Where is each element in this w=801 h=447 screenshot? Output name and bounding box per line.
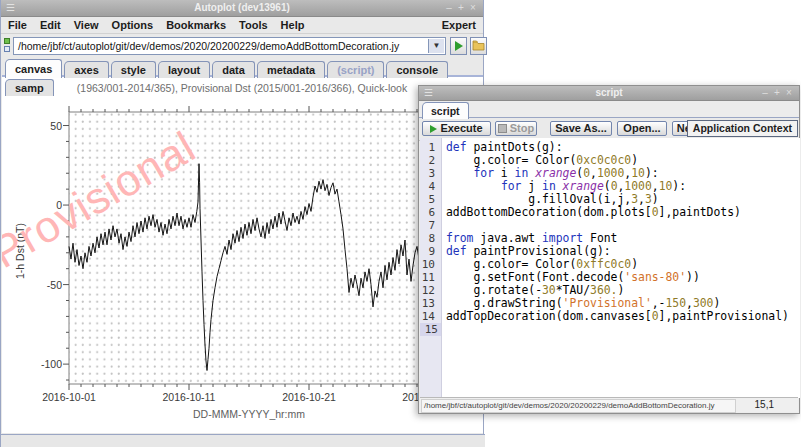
minimize-button[interactable]: – bbox=[443, 0, 455, 15]
tab-metadata[interactable]: metadata bbox=[257, 61, 325, 78]
line-number-9: 9 bbox=[420, 245, 438, 258]
close-button[interactable]: × bbox=[783, 86, 795, 99]
x-tick-label: 2016-10-11 bbox=[149, 391, 229, 403]
open-button[interactable]: Open... bbox=[617, 121, 667, 136]
line-number-11: 11 bbox=[420, 271, 438, 284]
line-number-1: 1 bbox=[420, 141, 438, 154]
menu-tools[interactable]: Tools bbox=[239, 17, 268, 33]
line-number-2: 2 bbox=[420, 154, 438, 167]
play-icon bbox=[455, 41, 463, 51]
tab-console[interactable]: console bbox=[386, 61, 448, 78]
main-window-bottom-strip bbox=[1, 434, 485, 447]
main-window-title: Autoplot (dev13961) bbox=[194, 2, 290, 13]
line-number-12: 12 bbox=[420, 284, 438, 297]
save-as-button[interactable]: Save As... bbox=[550, 121, 612, 136]
button-label: Open... bbox=[623, 122, 660, 134]
script-editor-window: ☰ script –+× script ExecuteStopSave As..… bbox=[418, 85, 800, 414]
line-number-8: 8 bbox=[420, 232, 438, 245]
code-editor[interactable]: 123456789101112131415 def paintDots(g): … bbox=[420, 138, 800, 398]
tab-script[interactable]: script bbox=[422, 102, 469, 119]
line-number-10: 10 bbox=[420, 258, 438, 271]
folder-icon bbox=[472, 40, 485, 51]
address-input[interactable]: /home/jbf/ct/autoplot/git/dev/demos/2020… bbox=[13, 37, 446, 55]
code-text[interactable]: def paintDots(g): g.color= Color(0xc0c0c… bbox=[446, 138, 800, 398]
line-number-7: 7 bbox=[420, 219, 438, 232]
script-titlebar[interactable]: ☰ script –+× bbox=[419, 86, 799, 101]
button-label: Stop bbox=[510, 122, 534, 134]
play-icon bbox=[430, 125, 437, 133]
open-file-button[interactable] bbox=[470, 37, 487, 55]
button-label: Save As... bbox=[555, 122, 607, 134]
x-tick-label: 2016-10-21 bbox=[269, 391, 349, 403]
autoplot-main-window: ☰ Autoplot (dev13961) –+× FileEditViewOp… bbox=[0, 0, 484, 447]
tab-data[interactable]: data bbox=[212, 61, 255, 78]
go-button[interactable] bbox=[450, 37, 467, 55]
plot-figure bbox=[2, 77, 483, 433]
close-button[interactable]: × bbox=[467, 0, 479, 15]
x-tick-label: 2016-10-01 bbox=[29, 391, 109, 403]
line-number-4: 4 bbox=[420, 180, 438, 193]
menu-view[interactable]: View bbox=[74, 17, 99, 33]
address-toolbar: /home/jbf/ct/autoplot/git/dev/demos/2020… bbox=[1, 34, 483, 59]
code-line-6: addBottomDecoration(dom.plots[0],paintDo… bbox=[446, 206, 741, 219]
tab-layout[interactable]: layout bbox=[158, 61, 210, 78]
script-tab-row: script bbox=[419, 101, 799, 117]
stop-button[interactable]: Stop bbox=[495, 121, 537, 136]
line-number-gutter: 123456789101112131415 bbox=[420, 138, 442, 398]
line-number-14: 14 bbox=[420, 310, 438, 323]
menubar: FileEditViewOptionsBookmarksToolsHelp Ex… bbox=[1, 17, 483, 34]
tab-samp[interactable]: samp bbox=[5, 79, 54, 96]
menu-help[interactable]: Help bbox=[281, 17, 305, 33]
y-tick-label: 50 bbox=[10, 120, 62, 132]
application-context-select[interactable]: Application Context bbox=[687, 120, 798, 137]
tab-script[interactable]: (script) bbox=[327, 61, 384, 78]
maximize-button[interactable]: + bbox=[771, 86, 783, 99]
line-number-13: 13 bbox=[420, 297, 438, 310]
y-tick-label: -100 bbox=[10, 358, 62, 370]
go-indicator-icon bbox=[4, 38, 11, 54]
execute-button[interactable]: Execute bbox=[422, 121, 491, 136]
menu-options[interactable]: Options bbox=[112, 17, 154, 33]
script-window-title: script bbox=[595, 87, 622, 98]
line-number-5: 5 bbox=[420, 193, 438, 206]
address-text: /home/jbf/ct/autoplot/git/dev/demos/2020… bbox=[18, 40, 399, 52]
minimize-button[interactable]: – bbox=[759, 86, 771, 99]
line-number-15: 15 bbox=[420, 323, 441, 336]
window-menu-icon[interactable]: ☰ bbox=[424, 86, 433, 99]
tab-style[interactable]: style bbox=[111, 61, 156, 78]
menu-file[interactable]: File bbox=[8, 17, 27, 33]
caret-position: 15,1 bbox=[755, 399, 774, 410]
tab-axes[interactable]: axes bbox=[64, 61, 108, 78]
main-titlebar[interactable]: ☰ Autoplot (dev13961) –+× bbox=[1, 0, 483, 17]
stop-icon bbox=[498, 124, 507, 133]
status-file-path: /home/jbf/ct/autoplot/git/dev/demos/2020… bbox=[421, 399, 736, 413]
expert-mode-label[interactable]: Expert bbox=[442, 17, 476, 33]
menu-bookmarks[interactable]: Bookmarks bbox=[166, 17, 226, 33]
tab-canvas[interactable]: canvas bbox=[5, 59, 62, 78]
script-window-controls: –+× bbox=[759, 86, 795, 99]
menu-edit[interactable]: Edit bbox=[40, 17, 61, 33]
chevron-down-icon[interactable]: ▼ bbox=[428, 39, 444, 53]
x-axis-label: DD-MMM-YYYY_hr:mm bbox=[69, 408, 429, 420]
maximize-button[interactable]: + bbox=[455, 0, 467, 15]
main-window-controls: –+× bbox=[443, 0, 479, 15]
button-label: Execute bbox=[440, 122, 482, 134]
code-line-14: addTopDecoration(dom.canvases[0],paintPr… bbox=[446, 310, 789, 323]
line-number-3: 3 bbox=[420, 167, 438, 180]
main-tab-row: canvasaxesstylelayoutdatametadata(script… bbox=[1, 59, 483, 77]
plot-canvas[interactable]: (1963/001-2014/365), Provisional Dst (20… bbox=[2, 75, 483, 433]
script-status-bar: /home/jbf/ct/autoplot/git/dev/demos/2020… bbox=[420, 397, 798, 412]
window-menu-icon[interactable]: ☰ bbox=[6, 0, 15, 15]
line-number-6: 6 bbox=[420, 206, 438, 219]
